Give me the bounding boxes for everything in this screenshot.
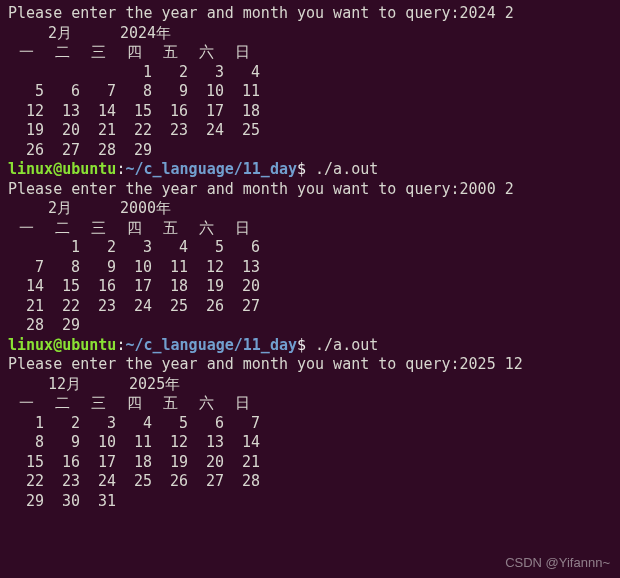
- day: 11: [152, 258, 188, 278]
- day: 8: [8, 433, 44, 453]
- day: [8, 63, 44, 83]
- cal1-row: 19202122232425: [8, 121, 612, 141]
- day: 25: [224, 121, 260, 141]
- day: 1: [8, 414, 44, 434]
- watermark: CSDN @Yifannn~: [505, 555, 610, 572]
- day: 30: [44, 492, 80, 512]
- day: [224, 141, 260, 161]
- prompt-input: 2024 2: [460, 4, 514, 22]
- shell-prompt-2[interactable]: linux@ubuntu:~/c_language/11_day$ ./a.ou…: [8, 336, 612, 356]
- day: 29: [116, 141, 152, 161]
- day: 5: [8, 82, 44, 102]
- day: 28: [8, 316, 44, 336]
- day: [224, 316, 260, 336]
- prompt-input: 2000 2: [460, 180, 514, 198]
- day: 19: [152, 453, 188, 473]
- weekday: 五: [152, 394, 188, 414]
- cal1-year: 2024年: [120, 24, 171, 42]
- day: 27: [44, 141, 80, 161]
- day: 21: [80, 121, 116, 141]
- prompt-line-1: Please enter the year and month you want…: [8, 4, 612, 24]
- day: 27: [224, 297, 260, 317]
- day: 16: [80, 277, 116, 297]
- day: 16: [152, 102, 188, 122]
- day: 4: [152, 238, 188, 258]
- day: 2: [80, 238, 116, 258]
- weekday: 四: [116, 43, 152, 63]
- day: 7: [8, 258, 44, 278]
- day: 12: [152, 433, 188, 453]
- cal2-title: 2月2000年: [8, 199, 612, 219]
- day: 9: [152, 82, 188, 102]
- day: [8, 238, 44, 258]
- day: 17: [188, 102, 224, 122]
- prompt-label: Please enter the year and month you want…: [8, 355, 460, 373]
- cal3-header: 一 二 三 四 五 六 日: [8, 394, 612, 414]
- day: 13: [188, 433, 224, 453]
- day: 7: [80, 82, 116, 102]
- cal3-title: 12月2025年: [8, 375, 612, 395]
- cal3-row: 15161718192021: [8, 453, 612, 473]
- weekday: 四: [116, 394, 152, 414]
- day: 11: [224, 82, 260, 102]
- day: 23: [152, 121, 188, 141]
- cwd: ~/c_language/11_day: [125, 336, 297, 354]
- cal1-title: 2月2024年: [8, 24, 612, 44]
- day: 25: [152, 297, 188, 317]
- day: 29: [44, 316, 80, 336]
- day: 18: [116, 453, 152, 473]
- weekday: 六: [188, 43, 224, 63]
- day: 14: [80, 102, 116, 122]
- day: 14: [8, 277, 44, 297]
- weekday: 三: [80, 219, 116, 239]
- day: [152, 141, 188, 161]
- day: 26: [152, 472, 188, 492]
- day: 9: [80, 258, 116, 278]
- cmd: ./a.out: [315, 336, 378, 354]
- day: 15: [8, 453, 44, 473]
- cwd: ~/c_language/11_day: [125, 160, 297, 178]
- cal2-row: 2829: [8, 316, 612, 336]
- cal2-row: 78910111213: [8, 258, 612, 278]
- day: 2: [152, 63, 188, 83]
- dollar: $: [297, 336, 315, 354]
- day: 21: [224, 453, 260, 473]
- weekday: 二: [44, 43, 80, 63]
- day: 6: [224, 238, 260, 258]
- weekday: 一: [8, 43, 44, 63]
- day: 20: [44, 121, 80, 141]
- weekday: 六: [188, 394, 224, 414]
- day: 12: [8, 102, 44, 122]
- day: 6: [188, 414, 224, 434]
- day: [44, 63, 80, 83]
- day: 21: [8, 297, 44, 317]
- day: 26: [188, 297, 224, 317]
- day: [116, 316, 152, 336]
- cal3-month: 12月: [48, 375, 81, 393]
- day: [80, 63, 116, 83]
- day: 24: [116, 297, 152, 317]
- day: 29: [8, 492, 44, 512]
- day: 5: [152, 414, 188, 434]
- shell-prompt-1[interactable]: linux@ubuntu:~/c_language/11_day$ ./a.ou…: [8, 160, 612, 180]
- weekday: 四: [116, 219, 152, 239]
- weekday: 六: [188, 219, 224, 239]
- weekday: 日: [224, 394, 260, 414]
- day: 24: [188, 121, 224, 141]
- weekday: 五: [152, 43, 188, 63]
- day: 18: [152, 277, 188, 297]
- day: 14: [224, 433, 260, 453]
- cal3-year: 2025年: [129, 375, 180, 393]
- cal2-row: 21222324252627: [8, 297, 612, 317]
- day: 13: [224, 258, 260, 278]
- day: 27: [188, 472, 224, 492]
- userhost: linux@ubuntu: [8, 336, 116, 354]
- cal2-row: 123456: [8, 238, 612, 258]
- day: 8: [116, 82, 152, 102]
- cal2-month: 2月: [48, 199, 72, 217]
- day: 8: [44, 258, 80, 278]
- weekday: 三: [80, 394, 116, 414]
- day: 7: [224, 414, 260, 434]
- prompt-label: Please enter the year and month you want…: [8, 180, 460, 198]
- prompt-line-3: Please enter the year and month you want…: [8, 355, 612, 375]
